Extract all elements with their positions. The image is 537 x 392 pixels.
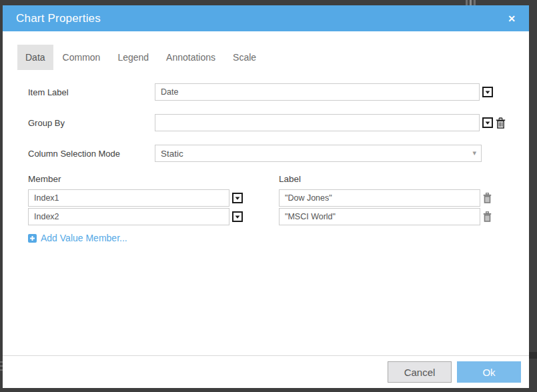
column-selection-mode-select-wrap: Static ▾ <box>155 145 482 162</box>
tab-scale[interactable]: Scale <box>225 45 264 70</box>
add-value-member-link[interactable]: Add Value Member... <box>28 233 127 243</box>
group-by-label: Group By <box>28 118 155 128</box>
column-selection-mode-select[interactable]: Static <box>155 145 482 162</box>
member-2-dropdown-icon[interactable] <box>232 211 243 222</box>
ok-button[interactable]: Ok <box>457 361 521 383</box>
value-members-section: Member Label <box>28 174 529 245</box>
group-by-trash-icon[interactable] <box>496 117 506 129</box>
value-members-headers: Member Label <box>28 174 529 184</box>
member-column-header: Member <box>28 174 279 184</box>
group-by-dropdown-icon[interactable] <box>482 117 493 128</box>
label-input-2[interactable] <box>279 208 480 225</box>
column-selection-mode-label: Column Selection Mode <box>28 149 155 159</box>
tab-common[interactable]: Common <box>55 45 109 70</box>
dialog-footer: Cancel Ok <box>3 355 529 388</box>
tab-annotations[interactable]: Annotations <box>158 45 223 70</box>
label-2-trash-icon[interactable] <box>483 211 492 222</box>
group-by-input[interactable] <box>155 114 480 131</box>
add-value-member-label: Add Value Member... <box>41 233 127 243</box>
member-cell <box>28 208 279 225</box>
member-input-1[interactable] <box>28 189 229 207</box>
tab-bar: Data Common Legend Annotations Scale <box>17 45 529 70</box>
label-column-header: Label <box>279 174 301 184</box>
tab-legend[interactable]: Legend <box>109 45 157 70</box>
group-by-row: Group By <box>28 114 529 131</box>
close-icon[interactable]: ✕ <box>508 14 516 23</box>
label-input-1[interactable] <box>279 189 480 207</box>
tab-data[interactable]: Data <box>17 45 53 70</box>
cancel-button[interactable]: Cancel <box>388 361 452 383</box>
item-label-input[interactable] <box>155 83 480 101</box>
item-label-row: Item Label <box>28 83 529 101</box>
tab-panel-data: Item Label Group By <box>3 70 529 355</box>
column-selection-mode-row: Column Selection Mode Static ▾ <box>28 145 529 162</box>
background-window-artifact <box>466 0 480 5</box>
chart-properties-dialog: Chart Properties ✕ Data Common Legend An… <box>3 5 529 388</box>
label-1-trash-icon[interactable] <box>483 193 492 203</box>
member-input-2[interactable] <box>28 208 229 225</box>
item-label-label: Item Label <box>28 87 155 97</box>
dialog-title: Chart Properties <box>16 12 508 25</box>
value-member-row <box>28 189 529 207</box>
value-member-row <box>28 208 529 225</box>
plus-icon <box>28 234 37 243</box>
dialog-titlebar: Chart Properties ✕ <box>3 5 529 31</box>
member-cell <box>28 189 279 207</box>
member-1-dropdown-icon[interactable] <box>232 193 243 203</box>
background-window-artifact <box>529 352 537 359</box>
item-label-dropdown-icon[interactable] <box>482 87 493 97</box>
